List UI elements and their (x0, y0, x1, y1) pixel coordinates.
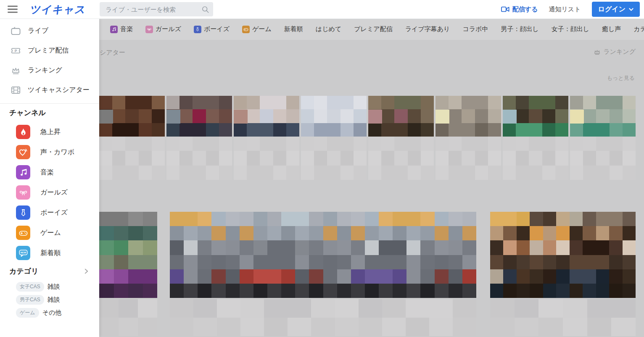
stream-card-meta (570, 137, 636, 180)
nav-item-men-face[interactable]: 男子：顔出し (501, 25, 538, 33)
sidebar-item-theater[interactable]: ツイキャスシアター (0, 80, 99, 100)
nav-item-healing-voice[interactable]: 癒し声 (602, 25, 621, 33)
stream-card-meta (301, 137, 367, 180)
stream-card-meta (368, 137, 434, 180)
ranking-link[interactable]: ランキング (594, 48, 636, 56)
nav-item-collab[interactable]: コラボ中 (462, 25, 488, 33)
nav-item-label: ガールズ (156, 25, 181, 33)
stream-card[interactable] (301, 96, 367, 180)
hamburger-menu-icon[interactable] (8, 4, 18, 14)
theater-card-meta (170, 299, 476, 336)
channel-item-label: 新着順 (40, 249, 61, 258)
streamer-avatar (503, 110, 517, 124)
twitcasting-page: ツイキャス 配信する 通知リスト ログイン 音楽ガールズボーイズゲーム新着順はじ… (0, 0, 644, 337)
tie-icon (194, 26, 201, 33)
channel-item-newest[interactable]: NEW新着順 (0, 243, 99, 263)
nav-item-premier[interactable]: プレミア配信 (354, 25, 392, 33)
nav-item-category[interactable]: カテゴリ (634, 25, 644, 33)
chevron-down-icon (629, 7, 633, 12)
stream-card[interactable] (570, 96, 636, 180)
nav-item-label: 癒し声 (602, 25, 621, 33)
stream-card[interactable] (435, 96, 501, 180)
channel-item-music[interactable]: 音楽 (0, 162, 99, 182)
category-badge: ゲーム (16, 308, 39, 318)
stream-card-meta (99, 137, 165, 180)
categories-header-label: カテゴリ (9, 266, 39, 276)
nav-item-newest[interactable]: 新着順 (284, 25, 303, 33)
nav-item-label: 音楽 (120, 25, 133, 33)
stream-thumbnail (301, 96, 367, 137)
category-item-women-chat[interactable]: 女子CAS雑談 (0, 280, 99, 293)
theater-thumbnail (170, 212, 476, 298)
search-input[interactable] (105, 5, 202, 13)
channel-item-label: ゲーム (40, 229, 61, 237)
category-item-men-chat[interactable]: 男子CAS雑談 (0, 293, 99, 306)
sidebar-item-premier[interactable]: Pプレミア配信 (0, 41, 99, 61)
category-badge: 男子CAS (16, 295, 44, 305)
category-item-game-other[interactable]: ゲームその他 (0, 306, 99, 319)
theater-card[interactable] (170, 212, 476, 337)
theater-card[interactable] (490, 212, 636, 337)
streamer-avatar (435, 110, 449, 124)
more-link[interactable]: もっと見る (607, 74, 635, 82)
app-logo[interactable]: ツイキャス (29, 3, 85, 16)
search-icon[interactable] (202, 6, 209, 13)
theater-card-meta (490, 299, 636, 336)
search-box[interactable] (100, 2, 213, 16)
chevron-right-icon[interactable] (84, 269, 89, 274)
nav-item-label: はじめて (316, 25, 341, 33)
sidebar-item-ranking[interactable]: ランキング (0, 61, 99, 80)
theater-thumbnail (99, 212, 157, 298)
category-item-label: 雑談 (48, 283, 60, 291)
stream-card[interactable] (234, 96, 299, 180)
music-icon (16, 165, 30, 179)
channel-item-label: ボーイズ (40, 208, 68, 217)
channels-header: チャンネル (9, 108, 99, 118)
crown-icon (594, 48, 601, 55)
nav-item-subtitles[interactable]: ライブ字幕あり (405, 25, 450, 33)
broadcast-button[interactable]: 配信する (501, 5, 538, 13)
gamepad-icon (242, 26, 250, 33)
channel-item-boys[interactable]: ボーイズ (0, 203, 99, 223)
section-title: シアター (100, 49, 125, 57)
nav-item-music[interactable]: 音楽 (110, 25, 133, 33)
film-icon (10, 85, 21, 95)
theater-card[interactable] (99, 212, 157, 337)
nav-item-label: ボーイズ (204, 25, 230, 33)
video-camera-icon (501, 5, 509, 13)
sidebar-divider (0, 103, 99, 104)
channel-item-label: 音楽 (40, 168, 54, 177)
stream-card[interactable] (99, 96, 165, 180)
sidebar-item-label: ライブ (28, 26, 48, 35)
tv-icon (10, 26, 21, 36)
theater-card-meta (99, 299, 157, 336)
login-label: ログイン (598, 5, 626, 14)
nav-item-girls[interactable]: ガールズ (145, 25, 181, 33)
broadcast-label: 配信する (512, 5, 538, 13)
tie-icon (16, 205, 30, 220)
channel-item-trending[interactable]: 急上昇 (0, 122, 99, 142)
ribbon-icon (16, 185, 30, 200)
stream-card[interactable] (166, 96, 232, 180)
theater-thumbnail (490, 212, 636, 298)
sidebar-item-label: プレミア配信 (28, 46, 69, 55)
gamepad-icon (16, 226, 30, 240)
category-badge: 女子CAS (16, 282, 44, 292)
nav-item-first-time[interactable]: はじめて (316, 25, 341, 33)
channel-item-game[interactable]: ゲーム (0, 223, 99, 243)
nav-item-game[interactable]: ゲーム (242, 25, 272, 33)
nav-item-boys[interactable]: ボーイズ (194, 25, 230, 33)
stream-card[interactable] (368, 96, 434, 180)
app-header: ツイキャス 配信する 通知リスト ログイン (0, 0, 644, 19)
sidebar-item-live[interactable]: ライブ (0, 21, 99, 41)
categories-header[interactable]: カテゴリ (9, 266, 99, 276)
nav-item-women-face[interactable]: 女子：顔出し (552, 25, 589, 33)
channel-item-voice-kawabo[interactable]: 声・カワボ (0, 142, 99, 162)
nav-item-label: ゲーム (252, 25, 272, 33)
notification-list-button[interactable]: 通知リスト (549, 5, 581, 13)
stream-card[interactable] (503, 96, 568, 180)
streamer-avatar (234, 110, 248, 124)
login-button[interactable]: ログイン (592, 2, 640, 17)
channel-item-girls[interactable]: ガールズ (0, 182, 99, 203)
sidebar-item-label: ランキング (28, 66, 62, 75)
